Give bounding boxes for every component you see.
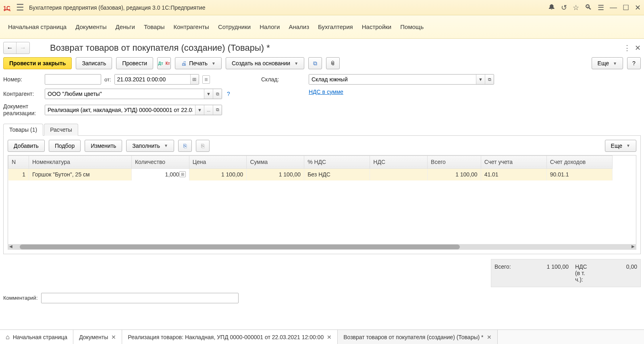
cell-total[interactable]: 1 100,00 <box>428 168 481 180</box>
nav-forward-button[interactable]: → <box>17 42 29 54</box>
kebab-icon[interactable]: ⋮ <box>623 44 631 52</box>
change-button[interactable]: Изменить <box>85 140 122 152</box>
calendar-icon[interactable]: 📅︎ <box>190 75 199 84</box>
fill-button[interactable]: Заполнить ▼ <box>126 140 174 152</box>
help-button[interactable]: ? <box>627 57 641 69</box>
attachment-button[interactable]: 📎︎ <box>326 57 340 69</box>
menu-employees[interactable]: Сотрудники <box>218 23 251 30</box>
maximize-icon[interactable]: ☐ <box>623 3 629 12</box>
table-more-button[interactable]: Еще ▼ <box>605 140 636 152</box>
dt-kt-button[interactable]: ДтКт <box>157 57 171 69</box>
tab-goods[interactable]: Товары (1) <box>3 124 43 136</box>
goods-table[interactable]: N Номенклатура Количество Цена Сумма % Н… <box>8 155 636 250</box>
open-icon[interactable]: ⧉ <box>213 105 222 115</box>
menu-analysis[interactable]: Анализ <box>289 23 309 30</box>
post-button[interactable]: Провести <box>116 57 153 69</box>
scroll-right-icon[interactable]: ▶ <box>632 244 635 249</box>
bell-icon[interactable]: 🔔︎ <box>548 3 555 12</box>
col-vat-pct[interactable]: % НДС <box>304 155 370 168</box>
print-button[interactable]: 🖨︎ Печать ▼ <box>175 57 222 69</box>
col-price[interactable]: Цена <box>189 155 247 168</box>
menu-start[interactable]: Начальная страница <box>8 23 66 30</box>
printer-icon: 🖨︎ <box>181 60 187 66</box>
create-based-label: Создать на основании <box>232 60 290 66</box>
cell-qty[interactable]: 1,000 ⊞ <box>131 168 189 180</box>
close-window-icon[interactable]: ✕ <box>635 3 641 12</box>
select-button[interactable]: Подбор <box>49 140 81 152</box>
scroll-left-icon[interactable]: ◀ <box>9 244 12 249</box>
minimize-icon[interactable]: — <box>610 3 617 12</box>
menu-documents[interactable]: Документы <box>75 23 106 30</box>
col-income[interactable]: Счет доходов <box>546 155 612 168</box>
post-and-close-button[interactable]: Провести и закрыть <box>3 57 72 69</box>
warehouse-input[interactable] <box>309 75 476 84</box>
ellipsis-icon[interactable]: ... <box>204 105 213 115</box>
close-icon[interactable]: ✕ <box>111 334 116 340</box>
cell-n[interactable]: 1 <box>8 168 29 180</box>
nav-back-button[interactable]: ← <box>4 42 17 54</box>
vat-value: 0,00 <box>592 259 640 287</box>
open-icon[interactable]: ⧉ <box>213 89 222 99</box>
list-icon[interactable]: ≣ <box>202 75 210 84</box>
comment-input[interactable] <box>41 293 239 303</box>
menu-goods[interactable]: Товары <box>144 23 165 30</box>
cell-qty-value: 1,000 <box>165 171 179 178</box>
add-button[interactable]: Добавить <box>8 140 45 152</box>
cell-vat-pct[interactable]: Без НДС <box>304 168 370 180</box>
bottom-tab-return[interactable]: Возврат товаров от покупателя (создание)… <box>338 330 497 344</box>
number-input[interactable] <box>45 74 101 85</box>
related-docs-button[interactable]: ⧉ <box>308 57 322 69</box>
calculator-icon[interactable]: ⊞ <box>179 171 186 177</box>
menu-accounting[interactable]: Бухгалтерия <box>318 23 353 30</box>
col-qty[interactable]: Количество <box>131 155 189 168</box>
bottom-tab-label: Начальная страница <box>13 334 67 340</box>
create-based-button[interactable]: Создать на основании ▼ <box>226 57 304 69</box>
cell-income[interactable]: 90.01.1 <box>546 168 612 180</box>
chevron-down-icon[interactable]: ▼ <box>195 105 204 115</box>
cell-vat[interactable] <box>370 168 428 180</box>
scroll-thumb[interactable] <box>20 245 460 249</box>
menu-help[interactable]: Помощь <box>400 23 424 30</box>
cell-sum[interactable]: 1 100,00 <box>247 168 304 180</box>
table-row[interactable]: 1 Горшок "Бутон", 25 см 1,000 ⊞ 1 100,00… <box>8 168 613 180</box>
cell-name[interactable]: Горшок "Бутон", 25 см <box>29 168 131 180</box>
star-icon[interactable]: ☆ <box>573 3 579 12</box>
counterparty-input[interactable] <box>45 89 204 99</box>
close-icon[interactable]: ✕ <box>487 334 492 340</box>
more-button[interactable]: Еще ▼ <box>592 57 623 69</box>
date-input[interactable] <box>115 75 190 84</box>
history-icon[interactable]: ↺ <box>561 3 567 12</box>
horizontal-scrollbar[interactable]: ◀ ▶ <box>8 244 636 250</box>
col-total[interactable]: Всего <box>428 155 481 168</box>
menu-money[interactable]: Деньги <box>115 23 135 30</box>
hamburger-icon[interactable]: ☰ <box>16 2 24 13</box>
close-tab-icon[interactable]: ✕ <box>635 44 641 52</box>
search-icon[interactable]: 🔍︎ <box>585 3 592 12</box>
bottom-tab-documents[interactable]: Документы ✕ <box>73 330 122 344</box>
menu-taxes[interactable]: Налоги <box>260 23 280 30</box>
chevron-down-icon[interactable]: ▼ <box>204 89 213 99</box>
write-button[interactable]: Записать <box>76 57 112 69</box>
chevron-down-icon[interactable]: ▼ <box>476 75 485 84</box>
col-sum[interactable]: Сумма <box>247 155 304 168</box>
filter-icon[interactable]: ☰ <box>598 3 604 12</box>
paste-button[interactable]: ⎘ <box>196 140 210 152</box>
menu-settings[interactable]: Настройки <box>362 23 392 30</box>
copy-button[interactable]: ⎘ <box>178 140 192 152</box>
tab-calculations[interactable]: Расчеты <box>44 124 78 136</box>
col-vat[interactable]: НДС <box>370 155 428 168</box>
close-icon[interactable]: ✕ <box>327 334 332 340</box>
open-icon[interactable]: ⧉ <box>485 75 494 84</box>
totals-panel: Всего: 1 100,00 НДС (в т. ч.): 0,00 <box>491 259 641 287</box>
col-n[interactable]: N <box>8 155 29 168</box>
cell-acct[interactable]: 41.01 <box>481 168 546 180</box>
menu-counterparties[interactable]: Контрагенты <box>174 23 209 30</box>
cell-price[interactable]: 1 100,00 <box>189 168 247 180</box>
help-icon[interactable]: ? <box>227 91 230 97</box>
col-name[interactable]: Номенклатура <box>29 155 131 168</box>
basis-input[interactable] <box>45 105 195 115</box>
vat-in-sum-link[interactable]: НДС в сумме <box>309 89 343 95</box>
col-acct[interactable]: Счет учета <box>481 155 546 168</box>
bottom-tab-realization[interactable]: Реализация товаров: Накладная, УПД 0000-… <box>122 330 338 344</box>
bottom-tab-home[interactable]: ⌂ Начальная страница <box>0 330 73 344</box>
